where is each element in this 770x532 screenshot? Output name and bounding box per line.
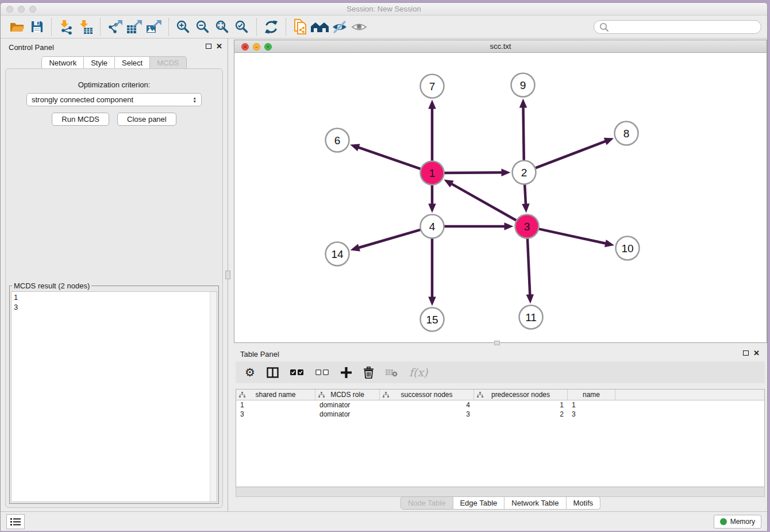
graph-node-7[interactable]: 7 [421, 75, 444, 98]
tab-select[interactable]: Select [115, 56, 150, 70]
optimization-label: Optimization criterion: [6, 80, 222, 89]
result-scrollbar[interactable] [210, 292, 217, 502]
cell-predecessor-nodes[interactable]: 2 [474, 410, 568, 418]
toolbar-separator [51, 18, 52, 36]
graph-edge-1-6[interactable] [350, 144, 422, 169]
graph-node-6[interactable]: 6 [326, 129, 349, 152]
table-row[interactable]: 1dominator411 [236, 400, 764, 410]
cell-shared-name[interactable]: 1 [236, 401, 315, 409]
homes-icon[interactable] [310, 18, 330, 36]
cell-MCDS-role[interactable]: dominator [315, 410, 380, 418]
zoom-fit-icon[interactable] [213, 18, 232, 36]
graph-node-2[interactable]: 2 [513, 161, 536, 184]
graph-edge-3-10[interactable] [537, 229, 614, 247]
export-table-icon[interactable] [125, 18, 144, 36]
graph-node-4[interactable]: 4 [421, 215, 444, 238]
delete-table-icon [386, 368, 398, 377]
tab-style[interactable]: Style [84, 56, 115, 70]
tab-motifs[interactable]: Motifs [566, 496, 600, 510]
graph-edge-4-14[interactable] [351, 229, 422, 251]
cell-successor-nodes[interactable]: 3 [380, 410, 474, 418]
hide-selected-icon[interactable] [330, 18, 349, 36]
memory-button[interactable]: Memory [714, 515, 761, 529]
tab-edge-table[interactable]: Edge Table [453, 496, 505, 510]
svg-text:1: 1 [429, 167, 436, 179]
save-icon[interactable] [27, 18, 47, 36]
run-mcds-button[interactable]: Run MCDS [52, 113, 109, 126]
tab-network[interactable]: Network [41, 56, 84, 70]
task-history-button[interactable] [6, 514, 25, 529]
graph-node-11[interactable]: 11 [519, 306, 543, 329]
graph-edge-3-11[interactable] [526, 237, 534, 303]
add-column-icon[interactable] [341, 367, 352, 378]
column-header-name[interactable]: name [568, 390, 615, 400]
zoom-selected-icon[interactable] [232, 18, 252, 36]
close-panel-button[interactable]: Close panel [117, 113, 176, 126]
graph-edge-3-1[interactable] [444, 180, 517, 221]
graph-node-9[interactable]: 9 [511, 74, 535, 97]
graph-edge-2-9[interactable] [519, 98, 527, 161]
mcds-result-list[interactable]: 1 3 [11, 291, 217, 502]
cell-predecessor-nodes[interactable]: 1 [474, 401, 568, 409]
import-network-icon[interactable] [56, 18, 76, 36]
graph-edge-1-2[interactable] [442, 168, 510, 176]
column-header-shared-name[interactable]: shared name [236, 390, 315, 400]
cell-MCDS-role[interactable]: dominator [315, 401, 380, 409]
network-document-icon[interactable] [291, 18, 310, 36]
toolbar-separator [168, 18, 169, 36]
column-header-MCDS-role[interactable]: MCDS role [315, 390, 380, 400]
graph-node-8[interactable]: 8 [615, 122, 638, 145]
export-image-icon[interactable] [144, 18, 164, 36]
open-folder-icon[interactable] [7, 18, 27, 36]
cell-name[interactable]: 3 [568, 410, 615, 418]
delete-column-icon[interactable] [363, 367, 374, 379]
export-network-icon[interactable] [105, 18, 125, 36]
control-panel-header: Control Panel ✕ [1, 38, 228, 56]
table-row[interactable]: 3dominator323 [236, 410, 764, 419]
network-graph[interactable]: 1234678910111415 [234, 53, 768, 342]
float-table-panel-icon[interactable] [743, 350, 749, 356]
import-table-icon[interactable] [76, 18, 95, 36]
graph-node-3[interactable]: 3 [515, 215, 539, 238]
network-window-title: scc.txt [234, 42, 767, 51]
show-selected-icon [349, 18, 369, 36]
tab-node-table[interactable]: Node Table [401, 496, 453, 510]
control-panel: Control Panel ✕ NetworkStyleSelectMCDS O… [1, 38, 228, 511]
unchecked-boxes-icon[interactable] [315, 368, 329, 376]
graph-node-14[interactable]: 14 [326, 242, 349, 266]
graph-node-15[interactable]: 15 [421, 308, 444, 331]
close-table-panel-icon[interactable]: ✕ [753, 349, 760, 357]
gear-icon[interactable]: ⚙ [245, 367, 255, 378]
float-panel-icon[interactable] [206, 44, 211, 49]
optimization-dropdown[interactable]: strongly connected component ▲▼ [26, 93, 202, 106]
graph-edge-1-7[interactable] [428, 100, 436, 163]
zoom-out-icon[interactable] [193, 18, 213, 36]
cell-successor-nodes[interactable]: 4 [380, 401, 474, 409]
toolbar-separator [256, 18, 257, 36]
cell-shared-name[interactable]: 3 [236, 410, 315, 418]
column-header-predecessor-nodes[interactable]: predecessor nodes [474, 390, 568, 400]
network-canvas[interactable]: 1234678910111415 [234, 53, 767, 342]
svg-text:6: 6 [334, 134, 341, 147]
close-panel-icon[interactable]: ✕ [216, 42, 222, 51]
search-input[interactable] [594, 20, 761, 34]
tab-network-table[interactable]: Network Table [505, 496, 566, 510]
graph-edge-4-3[interactable] [443, 222, 514, 230]
graph-edge-2-8[interactable] [534, 138, 614, 169]
column-header-successor-nodes[interactable]: successor nodes [380, 390, 474, 400]
refresh-icon[interactable] [261, 18, 281, 36]
split-columns-icon[interactable] [267, 367, 279, 378]
mcds-result-title: MCDS result (2 nodes) [12, 282, 91, 290]
graph-node-10[interactable]: 10 [616, 237, 640, 260]
zoom-in-icon[interactable] [174, 18, 193, 36]
checked-boxes-icon[interactable] [290, 368, 304, 376]
tab-mcds[interactable]: MCDS [150, 56, 186, 70]
graph-node-1[interactable]: 1 [421, 161, 444, 185]
table-scrollbar[interactable] [236, 487, 765, 497]
graph-edge-1-4[interactable] [428, 184, 436, 213]
graph-edge-2-3[interactable] [522, 183, 529, 213]
graph-edge-4-15[interactable] [428, 237, 436, 306]
svg-text:14: 14 [331, 248, 344, 260]
cell-name[interactable]: 1 [568, 401, 615, 409]
horizontal-splitter-handle[interactable] [494, 341, 500, 345]
